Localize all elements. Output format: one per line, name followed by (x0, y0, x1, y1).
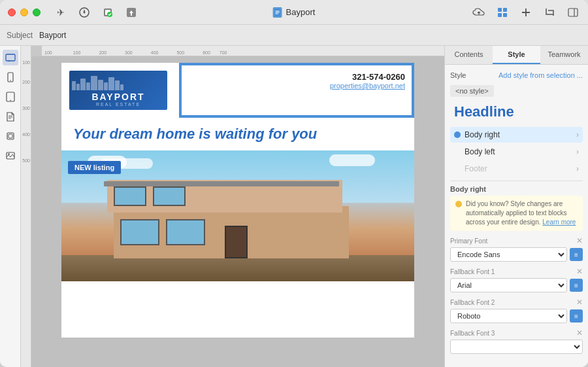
fallback-font-1-row: Fallback Font 1 ✕ Arial ≡ (450, 267, 583, 292)
fallback-font-2-select[interactable]: Roboto (450, 309, 567, 323)
svg-point-19 (10, 80, 11, 81)
window-lower-2 (166, 219, 205, 245)
window-icon[interactable] (566, 5, 580, 20)
fallback-font-1-select[interactable]: Arial (450, 278, 567, 292)
email-preview: BAYPORT REAL ESTATE 321-574-0260 propert… (31, 56, 444, 367)
main-content: 100 100 200 300 400 500 600 700 100 (0, 46, 588, 367)
email-canvas: BAYPORT REAL ESTATE 321-574-0260 propert… (61, 63, 414, 338)
no-style-value: <no style> (450, 85, 494, 97)
app-window: ✈ (0, 0, 588, 367)
svg-point-28 (8, 153, 9, 154)
contact-email: properties@bayport.net (188, 82, 405, 90)
learn-more-link[interactable]: Learn more (542, 218, 576, 226)
email-image-section: NEW listing (61, 150, 414, 281)
email-headline-text: Your dream home is waiting for you (73, 126, 402, 143)
fallback-font-3-select[interactable] (450, 340, 583, 354)
info-box: Did you know? Style changes are automati… (450, 196, 583, 231)
left-toolbar-icons: ✈ (54, 5, 139, 20)
mobile-tool-btn[interactable] (3, 69, 18, 85)
active-dot (454, 131, 461, 138)
style-item-body-left[interactable]: Body left › (450, 144, 583, 160)
fallback-font-2-label: Fallback Font 2 (450, 299, 495, 306)
add-style-button[interactable]: Add style from selection ... (498, 70, 583, 80)
tablet-tool-btn[interactable] (3, 89, 18, 105)
maximize-button[interactable] (33, 9, 41, 16)
plus-icon[interactable] (519, 5, 533, 20)
fallback-font-3-clear[interactable]: ✕ (576, 328, 583, 338)
cloud-icon[interactable] (472, 5, 486, 20)
primary-font-row: Primary Font ✕ Encode Sans ≡ (450, 236, 583, 262)
image-tool-btn[interactable] (3, 148, 18, 164)
fallback-font-1-icon: ≡ (570, 279, 583, 292)
body-right-section-title: Body right (450, 185, 583, 193)
fallback-font-3-label: Fallback Font 3 (450, 330, 495, 337)
email-logo-block: BAYPORT REAL ESTATE (63, 64, 180, 116)
logo-subtitle: REAL ESTATE (96, 102, 140, 107)
bayport-tab[interactable]: Bayport (39, 31, 66, 40)
upload-icon[interactable] (124, 5, 139, 20)
tab-teamwork[interactable]: Teamwork (540, 46, 588, 64)
ground-bg (61, 255, 414, 281)
svg-rect-12 (503, 13, 507, 17)
style-body-left-label: Body left (465, 147, 495, 156)
chevron-right-icon-3: › (576, 164, 579, 173)
primary-font-select[interactable]: Encode Sans (450, 247, 567, 262)
close-button[interactable] (8, 9, 16, 16)
email-header-section: BAYPORT REAL ESTATE 321-574-0260 propert… (61, 63, 414, 118)
grid-icon[interactable] (495, 5, 510, 20)
right-panel: Contents Style Teamwork Style Add style … (444, 46, 588, 367)
crop-icon[interactable] (542, 5, 557, 20)
style-item-body-right[interactable]: Body right › (450, 127, 583, 143)
fallback-font-1-clear[interactable]: ✕ (576, 267, 583, 276)
titlebar: ✈ (0, 0, 588, 25)
house-container (101, 180, 375, 258)
svg-rect-10 (503, 8, 507, 12)
app-title: Bayport (286, 7, 316, 17)
cloud-3 (329, 154, 375, 166)
fallback-font-2-clear[interactable]: ✕ (576, 298, 583, 307)
fallback-font-2-icon: ≡ (570, 309, 583, 323)
desktop-tool-btn[interactable] (3, 50, 18, 65)
style-item-footer[interactable]: Footer › (450, 161, 583, 177)
style-body-right-label: Body right (465, 130, 500, 139)
window-lower-1 (120, 219, 159, 245)
doc-icon (273, 7, 282, 18)
minimize-button[interactable] (20, 9, 28, 16)
info-dot (455, 201, 462, 207)
fallback-font-3-row: Fallback Font 3 ✕ (450, 328, 583, 354)
ruler-horizontal: 100 100 200 300 400 500 600 700 (42, 46, 444, 56)
layers-tool-btn[interactable] (3, 128, 18, 144)
primary-font-clear[interactable]: ✕ (576, 236, 583, 245)
logo-text: BAYPORT (91, 92, 144, 102)
svg-point-21 (10, 100, 11, 101)
style-label: Style (450, 71, 466, 79)
layers-icon[interactable] (101, 5, 115, 20)
headline-style-preview[interactable]: Headline (450, 101, 583, 123)
primary-font-label: Primary Font (450, 237, 487, 245)
airplane-icon[interactable]: ✈ (54, 5, 68, 20)
svg-rect-9 (498, 8, 502, 12)
style-footer-label: Footer (465, 164, 487, 173)
no-style-tag: <no style> (450, 84, 583, 101)
tab-style[interactable]: Style (493, 46, 540, 64)
fallback-font-1-label: Fallback Font 1 (450, 268, 495, 275)
left-sidebar (0, 46, 21, 367)
chevron-right-icon-2: › (576, 147, 579, 156)
svg-rect-26 (8, 134, 12, 138)
window-upper-2 (153, 186, 186, 206)
svg-rect-11 (498, 13, 502, 17)
subject-toolbar: Subject Bayport (0, 25, 588, 46)
canvas-area: 100 100 200 300 400 500 600 700 100 (21, 46, 444, 367)
svg-rect-13 (568, 9, 578, 16)
email-headline-section[interactable]: Your dream home is waiting for you (61, 118, 414, 150)
compass-icon[interactable] (77, 5, 91, 20)
divider (450, 181, 583, 181)
tab-contents[interactable]: Contents (445, 46, 493, 64)
contact-phone: 321-574-0260 (188, 72, 405, 82)
new-listing-badge: NEW listing (68, 161, 121, 174)
traffic-lights (8, 9, 41, 16)
primary-font-icon: ≡ (570, 248, 583, 261)
ruler-vertical: 100 200 300 400 500 (21, 46, 31, 367)
document-tool-btn[interactable] (3, 109, 18, 124)
email-contact-block[interactable]: 321-574-0260 properties@bayport.net (180, 64, 413, 116)
